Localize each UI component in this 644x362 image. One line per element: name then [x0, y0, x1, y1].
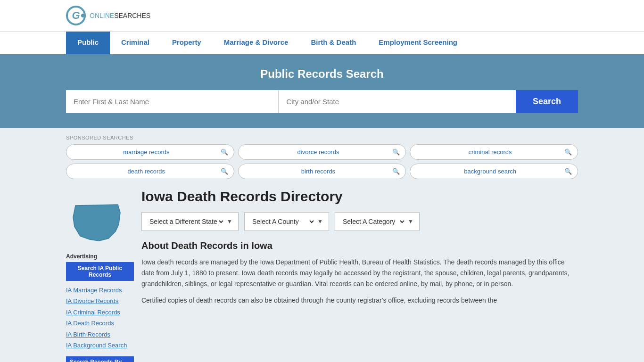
- nav-property[interactable]: Property: [161, 32, 213, 54]
- pill-marriage-records[interactable]: marriage records 🔍: [66, 144, 234, 160]
- state-dropdown-wrapper[interactable]: Select a Different State ▼: [141, 212, 239, 231]
- sidebar-links: IA Marriage Records IA Divorce Records I…: [66, 285, 134, 351]
- sidebar-link-divorce[interactable]: IA Divorce Records: [66, 296, 134, 306]
- pill-divorce-records[interactable]: divorce records 🔍: [238, 144, 406, 160]
- sidebar: Advertising Search IA Public Records IA …: [66, 189, 141, 362]
- sidebar-by-name-label: Search Records By Name: [66, 356, 134, 362]
- sponsored-section: SPONSORED SEARCHES marriage records 🔍 di…: [66, 128, 578, 179]
- county-select[interactable]: Select A County: [250, 213, 315, 230]
- sidebar-link-death[interactable]: IA Death Records: [66, 318, 134, 329]
- nav-inner: Public Criminal Property Marriage & Divo…: [0, 32, 644, 54]
- header: G ONLINESEARCHES: [0, 0, 644, 31]
- iowa-info: Iowa Death Records Directory Select a Di…: [141, 189, 578, 312]
- search-icon-2: 🔍: [564, 148, 572, 156]
- search-location-input[interactable]: [278, 90, 516, 113]
- pill-birth-label: birth records: [244, 168, 393, 175]
- logo-icon: G: [66, 6, 86, 25]
- logo: G ONLINESEARCHES: [66, 6, 150, 25]
- logo-text: ONLINESEARCHES: [90, 12, 150, 19]
- iowa-map-area: [66, 196, 134, 249]
- about-paragraph-2: Certified copies of death records can al…: [141, 295, 578, 306]
- search-pills: marriage records 🔍 divorce records 🔍 cri…: [66, 144, 578, 179]
- pill-background-search[interactable]: background search 🔍: [410, 164, 578, 179]
- category-dropdown-arrow: ▼: [408, 218, 413, 225]
- category-select[interactable]: Select A Category: [341, 213, 406, 230]
- sidebar-link-background[interactable]: IA Background Search: [66, 340, 134, 351]
- search-row: Search: [66, 90, 578, 113]
- nav: Public Criminal Property Marriage & Divo…: [0, 31, 644, 54]
- sidebar-link-criminal[interactable]: IA Criminal Records: [66, 307, 134, 318]
- about-paragraph-1: Iowa death records are managed by the Io…: [141, 257, 578, 289]
- sponsored-label: SPONSORED SEARCHES: [66, 135, 578, 140]
- nav-criminal[interactable]: Criminal: [110, 32, 161, 54]
- iowa-map-svg: [66, 196, 127, 248]
- category-dropdown-wrapper[interactable]: Select A Category ▼: [335, 212, 420, 231]
- pill-death-label: death records: [72, 168, 221, 175]
- hero-section: Public Records Search Search: [0, 54, 644, 128]
- pill-birth-records[interactable]: birth records 🔍: [238, 164, 406, 179]
- iowa-section: Iowa Death Records Directory Select a Di…: [141, 189, 578, 312]
- nav-employment[interactable]: Employment Screening: [367, 32, 469, 54]
- state-dropdown-arrow: ▼: [227, 218, 232, 225]
- search-icon-0: 🔍: [221, 148, 228, 156]
- sidebar-ad-label: Advertising: [66, 253, 134, 260]
- dropdown-row: Select a Different State ▼ Select A Coun…: [141, 212, 578, 231]
- pill-death-records[interactable]: death records 🔍: [66, 164, 234, 179]
- pill-criminal-records[interactable]: criminal records 🔍: [410, 144, 578, 160]
- pill-divorce-label: divorce records: [244, 148, 393, 156]
- logo-g-letter: G: [72, 9, 80, 22]
- pill-background-label: background search: [416, 168, 564, 175]
- county-dropdown-arrow: ▼: [317, 218, 323, 225]
- search-name-input[interactable]: [66, 90, 278, 113]
- search-icon-5: 🔍: [564, 168, 572, 175]
- search-icon-3: 🔍: [221, 168, 228, 175]
- sidebar-link-birth[interactable]: IA Birth Records: [66, 329, 134, 340]
- search-icon-4: 🔍: [392, 168, 400, 175]
- pill-criminal-label: criminal records: [416, 148, 564, 156]
- svg-marker-0: [73, 205, 120, 241]
- logo-online: ONLINE: [90, 12, 114, 19]
- state-select[interactable]: Select a Different State: [148, 213, 225, 230]
- nav-birth-death[interactable]: Birth & Death: [299, 32, 367, 54]
- nav-public[interactable]: Public: [66, 32, 110, 54]
- logo-searches: SEARCHES: [114, 12, 150, 19]
- search-icon-1: 🔍: [392, 148, 400, 156]
- nav-marriage-divorce[interactable]: Marriage & Divorce: [213, 32, 300, 54]
- main-content: Iowa Death Records Directory Select a Di…: [141, 189, 578, 321]
- county-dropdown-wrapper[interactable]: Select A County ▼: [244, 212, 329, 231]
- search-button[interactable]: Search: [516, 90, 578, 113]
- about-title: About Death Records in Iowa: [141, 240, 578, 251]
- hero-title: Public Records Search: [66, 67, 578, 81]
- sidebar-search-ia-button[interactable]: Search IA Public Records: [66, 262, 134, 281]
- iowa-directory-title: Iowa Death Records Directory: [141, 189, 578, 205]
- sidebar-link-marriage[interactable]: IA Marriage Records: [66, 285, 134, 296]
- pill-marriage-label: marriage records: [72, 148, 221, 156]
